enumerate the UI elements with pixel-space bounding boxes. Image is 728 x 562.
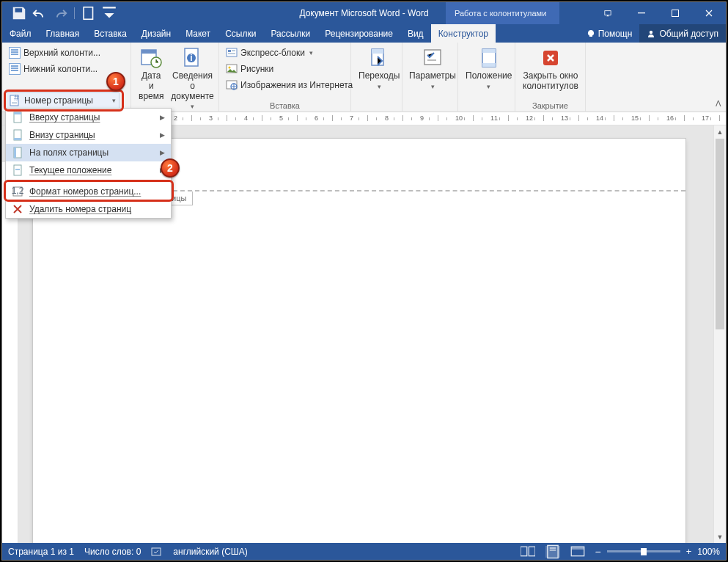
svg-rect-20 [372, 49, 383, 54]
svg-rect-22 [427, 59, 436, 61]
scroll-down-icon[interactable]: ▼ [714, 530, 726, 543]
svg-rect-21 [424, 50, 441, 65]
close-header-footer-button[interactable]: Закрыть окно колонтитулов [520, 45, 581, 93]
tab-layout[interactable]: Макет [178, 24, 218, 43]
zoom-out-button[interactable]: − [595, 546, 601, 558]
save-icon[interactable] [11, 5, 27, 21]
web-layout-icon[interactable] [570, 546, 585, 558]
maximize-button[interactable] [658, 2, 692, 24]
tab-home[interactable]: Главная [39, 24, 87, 43]
quick-access-toolbar [2, 5, 117, 21]
svg-text:i: i [191, 53, 193, 63]
options-button[interactable]: Параметры [407, 45, 458, 93]
group-label-close: Закрытие [520, 100, 581, 112]
menu-bottom-of-page[interactable]: Внизу страницы▶ [6, 126, 171, 144]
status-page[interactable]: Страница 1 из 1 [8, 547, 74, 557]
ribbon-tabs: Файл Главная Вставка Дизайн Макет Ссылки… [2, 24, 726, 43]
tab-design[interactable]: Дизайн [134, 24, 178, 43]
collapse-ribbon-icon[interactable]: ᐱ [716, 99, 721, 109]
tab-references[interactable]: Ссылки [218, 24, 263, 43]
redo-icon[interactable] [52, 5, 68, 21]
tab-mailings[interactable]: Рассылки [263, 24, 317, 43]
svg-rect-29 [529, 547, 535, 556]
zoom-in-button[interactable]: + [686, 546, 692, 557]
ruler-tick: 8 [385, 114, 389, 122]
menu-top-of-page[interactable]: Вверху страницы▶ [6, 109, 171, 126]
svg-rect-37 [12, 102, 17, 103]
svg-rect-27 [152, 548, 161, 555]
menu-page-margins[interactable]: На полях страницы▶ [6, 144, 171, 161]
ruler-tick: 6 [315, 114, 318, 122]
svg-rect-32 [549, 550, 556, 550]
print-layout-icon[interactable] [545, 546, 560, 558]
tab-review[interactable]: Рецензирование [317, 24, 400, 43]
ruler-tick: 15 [631, 114, 639, 122]
svg-rect-38 [12, 103, 17, 104]
vertical-scrollbar[interactable]: ▲ ▼ [713, 125, 726, 543]
svg-rect-13 [232, 50, 235, 51]
svg-rect-46 [15, 169, 20, 170]
svg-text:1,2: 1,2 [12, 186, 23, 196]
tab-share[interactable]: Общий доступ [639, 24, 726, 43]
tab-view[interactable]: Вид [400, 24, 431, 43]
titlebar: Документ Microsoft Word - Word Работа с … [2, 2, 726, 24]
page-number-button[interactable]: # Номер страницы ▾ [5, 92, 120, 109]
online-pictures-button[interactable]: Изображения из Интернета [224, 77, 346, 93]
quick-parts-button[interactable]: Экспресс-блоки▾ [224, 45, 346, 61]
callout-1: 1 [106, 72, 125, 91]
minimize-button[interactable] [625, 2, 658, 24]
ruler-tick: 11 [490, 114, 498, 122]
statusbar: Страница 1 из 1 Число слов: 0 английский… [2, 543, 726, 560]
status-word-count[interactable]: Число слов: 0 [84, 547, 141, 557]
tab-file[interactable]: Файл [2, 24, 39, 43]
svg-text:#: # [14, 95, 19, 103]
pictures-button[interactable]: Рисунки [224, 61, 346, 77]
svg-rect-0 [84, 7, 92, 20]
svg-rect-28 [521, 547, 527, 556]
ruler-tick: 12 [526, 114, 533, 122]
svg-rect-34 [571, 547, 584, 550]
svg-rect-24 [482, 49, 496, 53]
ribbon-options-icon[interactable] [591, 2, 625, 24]
svg-rect-31 [549, 547, 556, 548]
header-button[interactable]: Верхний колонти... [7, 45, 103, 61]
footer-button[interactable]: Нижний колонти... [7, 61, 103, 77]
group-label-insert: Вставка [224, 100, 346, 112]
navigation-button[interactable]: Переходы [356, 45, 402, 93]
tab-tell-me[interactable]: Помощн [579, 24, 640, 43]
ruler-tick: 17 [702, 114, 709, 122]
ruler-tick: 10 [455, 114, 463, 122]
zoom-slider[interactable] [607, 550, 680, 552]
new-doc-icon[interactable] [81, 5, 97, 21]
scroll-thumb[interactable] [716, 139, 724, 329]
svg-rect-11 [227, 48, 237, 56]
tab-designer[interactable]: Конструктор [431, 24, 496, 43]
status-language[interactable]: английский (США) [173, 547, 247, 557]
svg-rect-30 [547, 545, 557, 558]
svg-rect-14 [228, 53, 235, 54]
proofing-icon[interactable] [151, 547, 163, 557]
svg-rect-12 [228, 50, 231, 52]
menu-format-page-numbers[interactable]: 1,2Формат номеров страниц... [6, 183, 171, 200]
svg-point-16 [229, 67, 231, 69]
contextual-tab-label: Работа с колонтитулами [446, 2, 559, 24]
scroll-up-icon[interactable]: ▲ [714, 125, 726, 138]
menu-current-position[interactable]: Текущее положение▶ [6, 161, 171, 179]
qat-more-icon[interactable] [101, 5, 117, 21]
position-button[interactable]: Положение [463, 45, 515, 93]
svg-rect-3 [672, 10, 679, 17]
date-time-button[interactable]: Дата и время [136, 45, 166, 103]
zoom-level[interactable]: 100% [697, 547, 720, 557]
svg-rect-44 [14, 147, 16, 158]
ruler-tick: 7 [350, 114, 353, 122]
read-mode-icon[interactable] [521, 546, 535, 558]
ruler-tick: 5 [279, 114, 283, 122]
ruler-tick: 2 [174, 114, 177, 122]
undo-icon[interactable] [32, 5, 48, 21]
close-button[interactable] [692, 2, 726, 24]
menu-remove-page-numbers[interactable]: Удалить номера страниц [6, 200, 171, 218]
doc-info-button[interactable]: i Сведения о документе [168, 45, 216, 113]
tab-insert[interactable]: Вставка [87, 24, 134, 43]
svg-rect-25 [482, 63, 496, 67]
ruler-tick: 13 [561, 114, 568, 122]
